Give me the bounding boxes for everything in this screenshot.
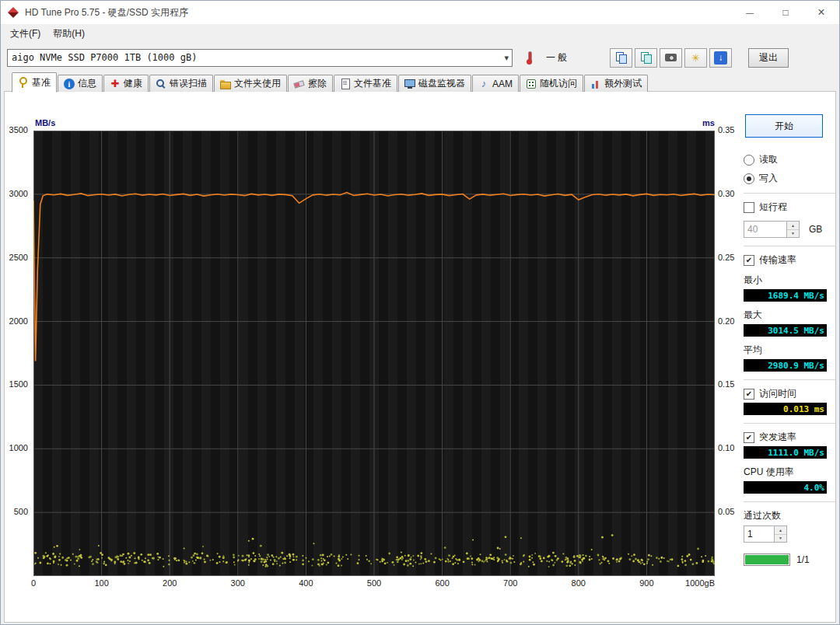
capacity-row: 40 ▲ ▼ GB: [744, 221, 835, 238]
transfer-rate-checkbox[interactable]: 传输速率: [744, 253, 835, 267]
tab-label: 额外测试: [604, 77, 642, 90]
pass-count-label: 通过次数: [744, 509, 835, 522]
aam-speaker-icon: [478, 79, 489, 89]
read-radio-circle[interactable]: [744, 155, 754, 166]
capacity-input[interactable]: 40 ▲ ▼: [744, 221, 800, 238]
menu-help[interactable]: 帮助(H): [47, 24, 91, 44]
maximize-button[interactable]: [768, 1, 803, 24]
toolbar: aigo NVMe SSD P7000 1TB (1000 gB) 一 般 退出: [1, 43, 840, 72]
access-time-label: 访问时间: [759, 387, 796, 400]
save-results-button[interactable]: [709, 48, 732, 68]
transfer-rate-checkbox-box[interactable]: [744, 255, 754, 266]
minimize-button[interactable]: [732, 1, 768, 24]
spinner-down-icon[interactable]: ▼: [775, 535, 786, 543]
tab-info[interactable]: 信息: [58, 75, 103, 92]
tab-erase[interactable]: 擦除: [288, 75, 333, 92]
x-axis-tick: 500: [367, 578, 381, 588]
tab-label: 信息: [78, 77, 96, 90]
start-button[interactable]: 开始: [745, 114, 823, 138]
temperature-button[interactable]: [518, 48, 541, 68]
erase-icon: [294, 79, 305, 89]
short-stroke-checkbox[interactable]: 短行程: [744, 201, 835, 214]
tab-file-benchmark[interactable]: 文件基准: [334, 75, 397, 92]
read-radio[interactable]: 读取: [744, 153, 835, 166]
spinner-up-icon[interactable]: ▲: [775, 526, 786, 535]
burst-rate-checkbox-box[interactable]: [744, 432, 754, 443]
write-radio[interactable]: 写入: [744, 172, 835, 185]
short-stroke-label: 短行程: [759, 201, 787, 214]
x-axis-tick: 900: [639, 578, 653, 588]
separator: [744, 193, 835, 194]
screenshot-button[interactable]: [660, 48, 682, 68]
download-arrow-icon: [714, 51, 727, 65]
write-radio-circle[interactable]: [744, 173, 754, 184]
error-scan-icon: [156, 79, 166, 89]
pass-count-input[interactable]: 1 ▲ ▼: [744, 525, 787, 543]
x-axis-tick: 400: [299, 578, 313, 588]
x-axis-tick: 1000gB: [685, 578, 715, 588]
copy-image-button[interactable]: [635, 48, 657, 68]
copy-text-button[interactable]: [610, 48, 632, 68]
burst-rate-checkbox[interactable]: 突发速率: [744, 431, 835, 444]
close-button[interactable]: [803, 1, 839, 24]
access-time-checkbox-box[interactable]: [744, 389, 754, 400]
tab-folder-usage[interactable]: 文件夹使用: [214, 75, 287, 92]
separator: [744, 423, 835, 424]
y-left-tick: 1500: [9, 379, 28, 389]
y-left-tick: 3500: [9, 125, 28, 134]
folder-usage-icon: [220, 79, 231, 89]
disk-monitor-icon: [404, 79, 415, 89]
tab-benchmark[interactable]: 基准: [12, 72, 57, 93]
tab-extra-tests[interactable]: 额外测试: [584, 75, 648, 92]
camera-icon: [665, 52, 677, 63]
y-left-tick: 2000: [9, 316, 28, 326]
access-time-checkbox[interactable]: 访问时间: [744, 387, 835, 400]
spinner-down-icon[interactable]: ▼: [787, 230, 799, 238]
titlebar: HD Tune Pro 5.75 - 硬盘/SSD 实用程序: [1, 1, 839, 24]
pass-progress-bar: [744, 553, 790, 566]
y-right-tick: 0.35: [718, 125, 734, 134]
separator: [744, 246, 835, 246]
thermometer-icon: [523, 51, 535, 65]
copy-image-icon: [640, 52, 652, 64]
window-controls: [732, 1, 839, 24]
tab-label: 基准: [32, 76, 51, 89]
temperature-status: 一 般: [546, 51, 572, 65]
capacity-value: 40: [744, 222, 786, 237]
benchmark-plot: [33, 131, 715, 576]
menu-file[interactable]: 文件(F): [4, 24, 47, 44]
drive-selector[interactable]: aigo NVMe SSD P7000 1TB (1000 gB): [7, 49, 513, 67]
write-radio-label: 写入: [759, 172, 778, 185]
pass-count-spinner: ▲ ▼: [774, 526, 786, 542]
burst-rate-label: 突发速率: [759, 431, 796, 444]
x-axis-tick: 600: [435, 578, 449, 588]
y-left-axis-title: MB/s: [35, 118, 55, 127]
min-label: 最小: [744, 274, 835, 287]
y-right-axis-title: ms: [702, 118, 715, 127]
y-right-tick: 0.10: [718, 443, 734, 452]
pass-progress-row: 1/1: [744, 553, 835, 566]
capacity-spinner: ▲ ▼: [786, 222, 799, 237]
tab-disk-monitor[interactable]: 磁盘监视器: [398, 75, 471, 92]
y-left-tick: 1000: [9, 443, 28, 452]
benchmark-icon: [18, 77, 29, 88]
tab-error-scan[interactable]: 错误扫描: [149, 75, 213, 92]
cpu-usage-value: 4.0%: [744, 481, 827, 494]
read-radio-label: 读取: [759, 153, 778, 166]
copy-text-icon: [615, 52, 627, 64]
x-axis-tick: 300: [231, 578, 245, 588]
tab-health[interactable]: 健康: [103, 75, 149, 92]
tab-label: AAM: [492, 79, 513, 89]
tab-aam[interactable]: AAM: [472, 75, 519, 92]
tab-label: 文件夹使用: [234, 77, 281, 90]
pass-count-row: 1 ▲ ▼: [744, 525, 835, 543]
tab-random-access[interactable]: 随机访问: [520, 75, 583, 92]
exit-button[interactable]: 退出: [748, 48, 789, 68]
short-stroke-checkbox-box[interactable]: [744, 202, 754, 213]
burst-rate-value: 1111.0 MB/s: [744, 446, 827, 459]
cpu-usage-label: CPU 使用率: [744, 466, 835, 479]
y-right-tick: 0.15: [718, 379, 734, 389]
x-axis: 01002003004005006007008009001000gB: [33, 578, 715, 591]
save-image-button[interactable]: [684, 48, 707, 68]
spinner-up-icon[interactable]: ▲: [787, 222, 799, 230]
